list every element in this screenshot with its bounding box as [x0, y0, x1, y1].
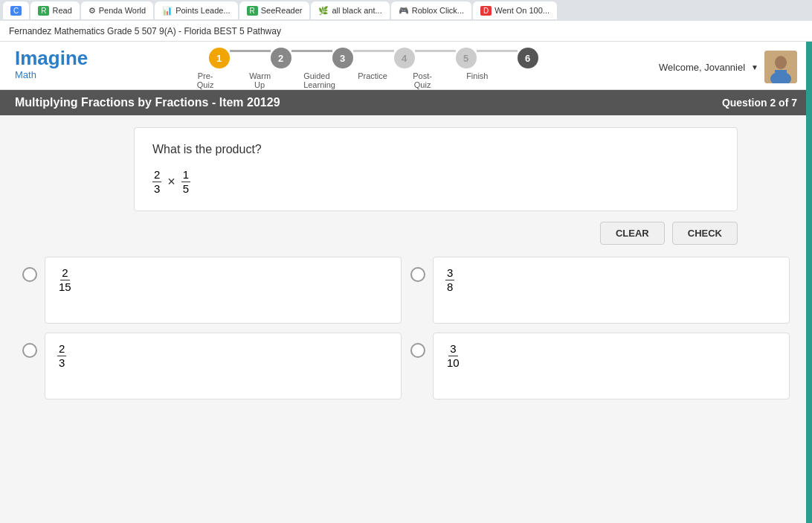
step-6: 6	[518, 48, 538, 68]
breadcrumb-bar: Fernandez Mathematics Grade 5 507 9(A) -…	[0, 21, 812, 42]
tab-r1[interactable]: R Read	[30, 1, 80, 19]
answer-fraction-2: 3 8	[445, 266, 454, 294]
answer-card-4[interactable]: 3 10	[433, 333, 790, 400]
step-circle-2[interactable]: 2	[271, 48, 291, 68]
answer-fraction-3: 2 3	[57, 342, 66, 370]
lesson-bar: Multiplying Fractions by Fractions - Ite…	[0, 90, 812, 115]
logo-name: Imagine	[15, 48, 88, 69]
svg-point-1	[775, 56, 787, 69]
step-line-4	[415, 50, 456, 52]
question-text: What is the product?	[152, 143, 719, 156]
step-circle-5[interactable]: 5	[456, 48, 477, 68]
answer-option-4: 3 10	[410, 333, 790, 400]
answer-grid: 2 15 3 8	[15, 257, 797, 400]
multiply-sign-icon: ×	[167, 174, 175, 190]
step-circle-1[interactable]: 1	[209, 48, 230, 68]
step-label-5: Post-Quiz	[412, 71, 433, 89]
step-circle-6[interactable]: 6	[518, 48, 538, 68]
logo-sub: Math	[15, 69, 88, 80]
step-line-2	[291, 50, 332, 52]
clear-button[interactable]: CLEAR	[600, 222, 665, 245]
tab-c[interactable]: C	[3, 1, 29, 19]
app-header: Imagine Math 1 2	[0, 42, 812, 90]
answer-card-2[interactable]: 3 8	[433, 257, 790, 324]
fraction-1: 2 3	[152, 168, 161, 196]
main-content: What is the product? 2 3 × 1 5 🔊	[0, 115, 812, 411]
question-box: What is the product? 2 3 × 1 5	[134, 127, 738, 211]
check-button[interactable]: CHECK	[672, 222, 738, 245]
tab-penda[interactable]: ⚙ Penda World	[81, 1, 153, 19]
welcome-text: Welcome, Jovanniel	[659, 62, 745, 73]
avatar	[764, 51, 797, 83]
step-1: 1	[209, 48, 230, 68]
step-label-6: Finish	[466, 71, 487, 80]
right-accent-bar	[806, 42, 812, 523]
step-label-2: Warm Up	[249, 71, 270, 89]
step-3: 3	[332, 48, 353, 68]
radio-3[interactable]	[22, 343, 37, 358]
step-5: 5	[456, 48, 477, 68]
tab-roblox[interactable]: 🎮 Roblox Click...	[391, 1, 471, 19]
question-counter: Question 2 of 7	[722, 97, 797, 109]
answer-card-1[interactable]: 2 15	[45, 257, 402, 324]
radio-1[interactable]	[22, 267, 37, 282]
fraction-2-numerator: 1	[181, 168, 190, 182]
fraction-1-numerator: 2	[152, 168, 161, 182]
answer-option-2: 3 8	[410, 257, 790, 324]
fraction-1-denominator: 3	[152, 182, 161, 196]
svg-rect-3	[775, 70, 787, 79]
app-container: Imagine Math 1 2	[0, 42, 812, 523]
logo-area: Imagine Math	[15, 48, 88, 80]
step-2: 2	[271, 48, 291, 68]
radio-4[interactable]	[410, 343, 425, 358]
step-circle-4[interactable]: 4	[394, 48, 415, 68]
tab-points[interactable]: 📊 Points Leade...	[155, 1, 237, 19]
step-circle-3[interactable]: 3	[332, 48, 353, 68]
step-4: 4	[394, 48, 415, 68]
answer-option-1: 2 15	[22, 257, 402, 324]
answer-card-3[interactable]: 2 3	[45, 333, 402, 400]
action-buttons: CLEAR CHECK	[134, 222, 738, 245]
dropdown-arrow-icon[interactable]: ▼	[751, 63, 758, 71]
step-label-4: Practice	[358, 71, 378, 80]
step-label-1: Pre-Quiz	[195, 71, 216, 89]
answer-fraction-4: 3 10	[445, 342, 461, 370]
radio-2[interactable]	[410, 267, 425, 282]
fraction-2: 1 5	[181, 168, 190, 196]
step-label-3: GuidedLearning	[303, 71, 324, 89]
step-line-5	[477, 50, 518, 52]
tab-seereader[interactable]: R SeeReader	[239, 1, 310, 19]
fraction-2-denominator: 5	[181, 182, 190, 196]
answer-fraction-1: 2 15	[57, 266, 73, 294]
step-line-1	[230, 50, 271, 52]
tab-bar: C R Read ⚙ Penda World 📊 Points Leade...…	[0, 0, 812, 21]
welcome-area: Welcome, Jovanniel ▼	[659, 48, 797, 83]
tab-ants[interactable]: 🌿 all black ant...	[311, 1, 389, 19]
tab-went[interactable]: D Went On 100...	[473, 1, 557, 19]
breadcrumb-text: Fernandez Mathematics Grade 5 507 9(A) -…	[9, 26, 281, 36]
lesson-title: Multiplying Fractions by Fractions - Ite…	[15, 96, 280, 109]
question-section: What is the product? 2 3 × 1 5 🔊	[15, 127, 797, 211]
step-line-3	[353, 50, 394, 52]
fraction-expression: 2 3 × 1 5	[152, 168, 719, 196]
progress-steps: 1 2 3	[195, 48, 552, 89]
answer-option-3: 2 3	[22, 333, 402, 400]
